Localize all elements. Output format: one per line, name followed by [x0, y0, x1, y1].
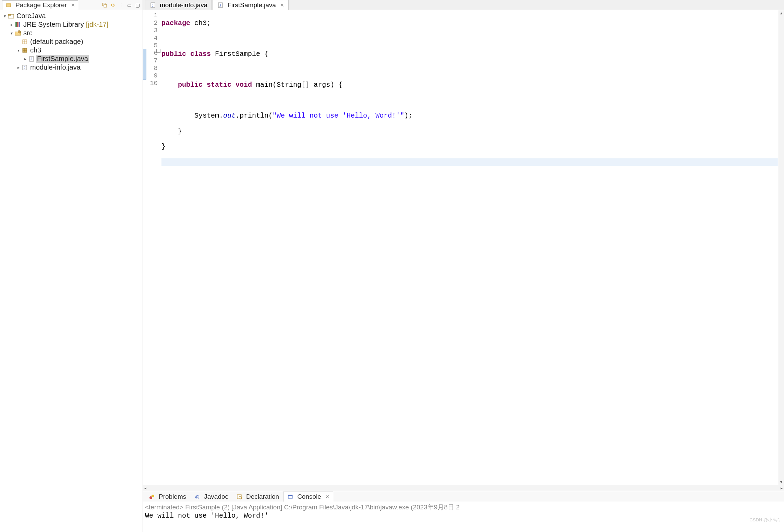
tree-jre[interactable]: ▸ JRE System Library [jdk-17]	[0, 20, 143, 29]
svg-rect-8	[19, 22, 20, 27]
scroll-up-icon[interactable]: ▴	[778, 10, 784, 16]
scroll-left-icon[interactable]: ◂	[144, 486, 146, 491]
svg-rect-6	[15, 22, 17, 27]
console-output: We will not use 'Hello, Word!'	[145, 512, 782, 520]
library-icon	[14, 21, 21, 28]
line-number: 5	[154, 42, 158, 49]
tab-label: Declaration	[246, 493, 279, 500]
tree-label: module-info.java	[29, 63, 81, 71]
console-content: <terminated> FirstSample (2) [Java Appli…	[143, 502, 784, 532]
svg-point-26	[152, 495, 154, 497]
tree-module-info[interactable]: ▸ J module-info.java	[0, 63, 143, 72]
chevron-down-icon[interactable]: ▾	[2, 14, 8, 19]
svg-rect-5	[8, 14, 11, 15]
tree-src[interactable]: ▾ src	[0, 29, 143, 37]
view-menu-icon[interactable]: ⋮	[118, 2, 124, 8]
chevron-right-icon[interactable]: ▸	[23, 57, 28, 61]
tree-label: (default package)	[29, 38, 84, 46]
scroll-down-icon[interactable]: ▾	[778, 479, 784, 485]
package-explorer-header: Package Explorer ✕ ⋮ ▭ ▢	[0, 0, 143, 10]
tree-label: ch3	[29, 46, 42, 54]
minimize-icon[interactable]: ▭	[126, 2, 132, 8]
tree-label: src	[23, 29, 33, 37]
tree-label: JRE System Library	[23, 21, 85, 28]
bottom-tab-bar: Problems @ Javadoc Declaration	[143, 491, 784, 502]
tab-label: Problems	[159, 493, 186, 500]
scroll-right-icon[interactable]: ▸	[781, 486, 783, 491]
declaration-icon	[236, 493, 243, 500]
svg-text:@: @	[195, 494, 200, 499]
editor-body: 1 2 3 4 5 6 7 8 9 10 − package ch3; publ…	[143, 10, 784, 485]
editor-area: J module-info.java J FirstSample.java ✕ …	[143, 0, 784, 532]
line-number: 9	[154, 72, 158, 80]
package-explorer-panel: Package Explorer ✕ ⋮ ▭ ▢ ▾	[0, 0, 143, 532]
chevron-right-icon[interactable]: ▸	[16, 65, 21, 70]
tree-default-package[interactable]: (default package)	[0, 37, 143, 46]
line-number: 7	[154, 57, 158, 64]
code-editor[interactable]: package ch3; public class FirstSample { …	[160, 10, 778, 485]
link-editor-icon[interactable]	[110, 2, 116, 8]
close-icon[interactable]: ✕	[280, 2, 284, 8]
project-icon	[8, 13, 14, 20]
line-number: 1	[154, 12, 158, 19]
tab-label: FirstSample.java	[227, 1, 276, 9]
source-folder-icon	[14, 30, 21, 37]
tab-label: Javadoc	[204, 493, 228, 500]
java-file-icon: J	[28, 56, 35, 62]
package-explorer-tab[interactable]: Package Explorer ✕	[2, 0, 78, 10]
tree-ch3[interactable]: ▾ ch3	[0, 46, 143, 55]
horizontal-scrollbar[interactable]: ◂ ▸	[143, 485, 784, 491]
tree-suffix: [jdk-17]	[86, 21, 109, 28]
close-icon[interactable]: ✕	[71, 2, 75, 8]
editor-tab-bar: J module-info.java J FirstSample.java ✕	[143, 0, 784, 10]
svg-rect-7	[17, 22, 19, 27]
package-explorer-icon	[5, 2, 12, 9]
tab-problems[interactable]: Problems	[145, 492, 190, 501]
collapse-all-icon[interactable]	[101, 2, 108, 8]
console-icon	[287, 493, 294, 500]
problems-icon	[148, 493, 155, 500]
line-number: 3	[154, 27, 158, 34]
watermark: CSDN @小码哥	[749, 517, 781, 523]
package-explorer-title: Package Explorer	[15, 1, 67, 9]
vertical-scrollbar[interactable]: ▴ ▾	[778, 10, 784, 485]
bottom-panel: Problems @ Javadoc Declaration	[143, 491, 784, 532]
svg-text:J: J	[31, 57, 32, 61]
tree-label: CoreJava	[16, 12, 47, 20]
chevron-down-icon[interactable]: ▾	[9, 31, 14, 36]
svg-rect-3	[104, 4, 107, 7]
line-number: 4	[154, 34, 158, 42]
tree-project[interactable]: ▾ CoreJava	[0, 12, 143, 20]
tree-label: FirstSample.java	[36, 55, 89, 63]
maximize-icon[interactable]: ▢	[134, 2, 141, 8]
svg-point-10	[18, 31, 21, 33]
svg-rect-31	[288, 495, 292, 496]
close-icon[interactable]: ✕	[325, 494, 329, 499]
svg-text:J: J	[24, 66, 25, 70]
package-icon	[21, 47, 28, 54]
tab-module-info[interactable]: J module-info.java	[145, 0, 212, 10]
chevron-down-icon[interactable]: ▾	[16, 48, 21, 53]
package-tree: ▾ CoreJava ▸ JRE System Library [jdk-17]…	[0, 10, 143, 532]
tab-label: Console	[297, 493, 321, 500]
editor-gutter: 1 2 3 4 5 6 7 8 9 10 −	[143, 10, 160, 485]
line-number: 10	[150, 80, 158, 87]
svg-rect-1	[7, 3, 11, 4]
svg-text:J: J	[219, 4, 221, 7]
tab-javadoc[interactable]: @ Javadoc	[190, 492, 232, 501]
java-file-icon: J	[21, 64, 28, 71]
tab-console[interactable]: Console ✕	[283, 492, 333, 502]
tree-first-sample[interactable]: ▸ J FirstSample.java	[0, 55, 143, 63]
package-icon	[21, 38, 28, 45]
fold-range-strip	[143, 49, 146, 80]
tab-declaration[interactable]: Declaration	[232, 492, 282, 501]
javadoc-icon: @	[194, 493, 201, 500]
java-file-icon: J	[217, 2, 224, 9]
chevron-right-icon[interactable]: ▸	[9, 22, 14, 27]
line-number: 8	[154, 64, 158, 72]
line-number: 2	[154, 19, 158, 27]
console-status: <terminated> FirstSample (2) [Java Appli…	[145, 503, 782, 512]
java-file-icon: J	[149, 2, 156, 9]
tab-first-sample[interactable]: J FirstSample.java ✕	[213, 0, 289, 10]
tab-label: module-info.java	[160, 1, 207, 9]
